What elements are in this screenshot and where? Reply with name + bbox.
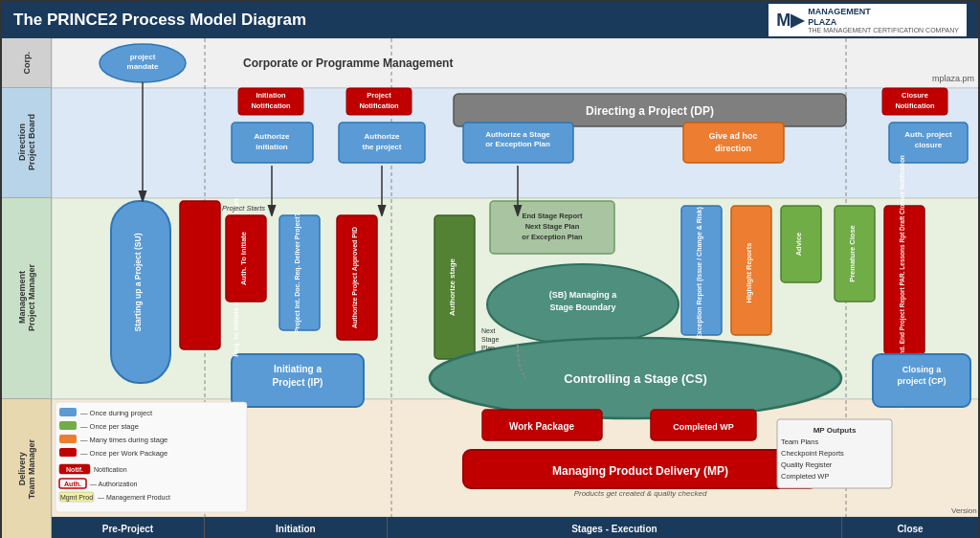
- logo-area: M▶ MANAGEMENT PLAZA THE MANAGEMENT CERTI…: [768, 4, 967, 37]
- svg-text:Plan: Plan: [481, 345, 495, 351]
- dp-label: Directing a Project (DP): [586, 104, 714, 118]
- svg-rect-57: [59, 408, 77, 416]
- project-notification: Project: [367, 91, 391, 100]
- svg-text:or Exception Plan: or Exception Plan: [485, 140, 550, 148]
- completed-wp: Completed WP: [673, 422, 734, 432]
- svg-text:Notification: Notification: [895, 101, 935, 110]
- main-area: Corp. Direction Project Board Management…: [2, 38, 978, 538]
- svg-text:Next Stage Plan: Next Stage Plan: [525, 222, 580, 231]
- init-notification: Initiation: [256, 91, 286, 100]
- bottom-labels: Pre-Project Initiation Stages - Executio…: [52, 517, 978, 538]
- logo-tagline: THE MANAGEMENT CERTIFICATION COMPANY: [808, 27, 959, 34]
- svg-rect-0: [52, 38, 978, 88]
- svg-text:Notification: Notification: [251, 101, 291, 110]
- logo-mp: M▶: [776, 10, 804, 31]
- give-adhoc: Give ad hoc: [708, 131, 757, 141]
- project-mandate: project: [130, 53, 156, 61]
- svg-text:Notif.: Notif.: [66, 466, 83, 473]
- left-labels: Corp. Direction Project Board Management…: [2, 38, 52, 538]
- project-mandate2: mandate: [127, 62, 159, 71]
- mp-output-2: Checkpoint Reports: [781, 449, 844, 458]
- mp-outputs-title: MP Outputs: [813, 426, 857, 435]
- legend-once-stage: — Once per stage: [80, 422, 139, 431]
- mp-output-1: Team Plans: [781, 437, 818, 446]
- process-diagram-svg: mplaza.pm Corporate or Programme Managem…: [52, 38, 978, 517]
- label-management: Management Project Manager: [2, 198, 51, 399]
- legend-once-wp: — Once per Work Package: [80, 449, 167, 458]
- end-stage-report: End Stage Report: [523, 212, 583, 220]
- svg-rect-21: [683, 123, 784, 163]
- su-label: Starting up a Project (SU): [133, 233, 143, 331]
- svg-text:Stage Boundary: Stage Boundary: [549, 303, 615, 312]
- logo-box: M▶ MANAGEMENT PLAZA THE MANAGEMENT CERTI…: [768, 4, 967, 37]
- phase-close: Close: [842, 517, 978, 538]
- svg-rect-59: [59, 435, 77, 443]
- cp-label: Closing a: [902, 365, 942, 374]
- version-text: Version 1.6a: [951, 506, 978, 515]
- svg-rect-28: [180, 201, 220, 349]
- exception-report: Exception Report (Issue / Change & Risk): [696, 207, 703, 339]
- auth-stage-exception: Authorize a Stage: [485, 130, 550, 139]
- phase-initiation: Initiation: [205, 517, 388, 538]
- phase-pre-project: Pre-Project: [52, 517, 205, 538]
- auth-initiation: Authorize: [255, 132, 290, 141]
- logo-company: MANAGEMENT PLAZA: [808, 7, 959, 28]
- project-starts: Project Starts: [222, 204, 265, 213]
- svg-rect-58: [59, 421, 77, 430]
- advice: Advice: [794, 233, 803, 257]
- svg-text:direction: direction: [715, 144, 751, 153]
- cs-label: Controlling a Stage (CS): [564, 371, 707, 386]
- svg-text:the project: the project: [363, 143, 402, 151]
- website-text: mplaza.pm: [932, 74, 974, 83]
- svg-text:Project (IP): Project (IP): [273, 377, 323, 388]
- sb-label: (SB) Managing a: [549, 290, 617, 300]
- legend-notification: Notification: [94, 466, 127, 473]
- label-delivery: Delivery Team Manager: [2, 399, 51, 538]
- premature-close: Premature Close: [848, 225, 857, 282]
- mp-output-4: Completed WP: [781, 472, 829, 481]
- legend-many-stage: — Many times during stage: [80, 436, 167, 444]
- ip-label: Initiating a: [274, 364, 322, 374]
- auth-project-pid: Authorize Project Approved PID: [351, 227, 359, 328]
- phase-stages: Stages - Execution: [388, 517, 842, 538]
- authorize-stage: Authorize stage: [448, 258, 457, 316]
- header-title: The PRINCE2 Process Model Diagram: [13, 11, 306, 30]
- next-stage-plan: Next: [481, 327, 495, 334]
- svg-text:Notification: Notification: [359, 101, 399, 110]
- legend-auth: — Authorization: [90, 481, 138, 487]
- legend-once-project: — Once during project: [80, 409, 153, 417]
- svg-text:closure: closure: [915, 141, 943, 149]
- auth-project: Authorize: [365, 132, 400, 141]
- auth-closure: Auth. project: [904, 130, 952, 139]
- corporate-label: Corporate or Programme Management: [243, 56, 453, 70]
- label-direction: Direction Project Board: [2, 88, 51, 198]
- products-quality: Products get created & quality checked: [574, 489, 707, 498]
- svg-text:Auth.: Auth.: [64, 481, 81, 487]
- diagram-area: mplaza.pm Corporate or Programme Managem…: [52, 38, 978, 538]
- diagram-container: The PRINCE2 Process Model Diagram M▶ MAN…: [0, 0, 980, 538]
- highlight-reports: Highlight Reports: [745, 243, 753, 303]
- svg-text:initiation: initiation: [256, 143, 287, 151]
- svg-text:Mgmt Prod: Mgmt Prod: [60, 494, 93, 502]
- project-int-doc: Project Int. Doc. Req. Deliver Project?: [294, 213, 301, 333]
- legend-mgmt-prod: — Management Product: [98, 494, 170, 502]
- svg-text:project (CP): project (CP): [897, 376, 946, 386]
- work-package: Work Package: [509, 421, 575, 432]
- label-corporate: Corp.: [2, 38, 51, 88]
- closure-notification: Closure: [902, 91, 928, 100]
- svg-text:or Exception Plan: or Exception Plan: [522, 233, 583, 241]
- mp-label: Managing Product Delivery (MP): [552, 464, 728, 478]
- svg-rect-60: [59, 448, 77, 457]
- auth-to-initiate: Auth. To Initiate: [239, 232, 248, 285]
- svg-text:Stage: Stage: [481, 336, 499, 344]
- mp-output-3: Quality Register: [781, 460, 833, 469]
- header: The PRINCE2 Process Model Diagram M▶ MAN…: [2, 2, 978, 38]
